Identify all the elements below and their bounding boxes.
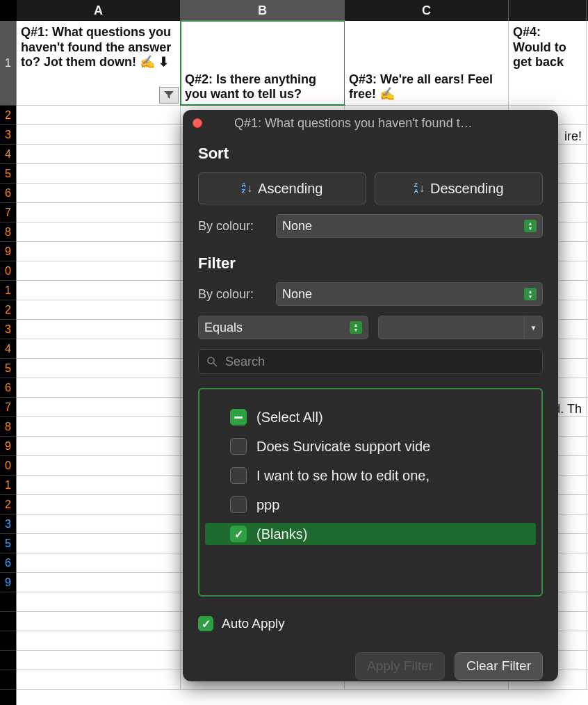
sort-descending-button[interactable]: ZA↓ Descending — [375, 172, 543, 204]
cell[interactable] — [17, 203, 181, 222]
column-header-row: A B C — [0, 0, 588, 21]
cell[interactable] — [17, 339, 181, 358]
filter-operator-select[interactable]: Equals ▲▼ — [198, 316, 368, 339]
cell[interactable] — [17, 592, 181, 611]
cell[interactable] — [17, 417, 181, 436]
row-header[interactable]: 2 — [0, 495, 16, 514]
cell[interactable] — [17, 651, 181, 670]
row-header[interactable]: 3 — [0, 514, 16, 534]
cell[interactable] — [17, 398, 181, 416]
row-header[interactable]: 2 — [0, 300, 16, 320]
popover-title: Q#1: What questions you haven't found t… — [234, 116, 548, 131]
cell[interactable] — [17, 320, 181, 339]
row-header[interactable]: 6 — [0, 378, 16, 398]
cell[interactable] — [17, 573, 181, 592]
row-header-empty[interactable] — [0, 612, 16, 631]
header-text: Q#1: What questions you haven't found th… — [21, 25, 176, 70]
header-text: Q#3: We're all ears! Feel free! ✍️ — [349, 72, 504, 102]
cell[interactable] — [17, 553, 181, 572]
cell[interactable] — [17, 145, 181, 163]
header-cell-d[interactable]: Q#4: Would to get back — [509, 21, 587, 105]
cell[interactable] — [17, 300, 181, 319]
header-cell-b[interactable]: Q#2: Is there anything you want to tell … — [181, 21, 345, 105]
cell[interactable] — [17, 476, 181, 494]
header-cell-a[interactable]: Q#1: What questions you haven't found th… — [17, 21, 181, 105]
row-header[interactable]: 7 — [0, 203, 16, 222]
clear-filter-button[interactable]: Clear Filter — [455, 652, 543, 680]
cell[interactable] — [17, 222, 181, 241]
filter-item[interactable]: I want to se how to edit one, — [205, 464, 536, 487]
filter-section-title: Filter — [198, 254, 543, 273]
filter-search-input[interactable] — [225, 355, 535, 369]
apply-filter-button[interactable]: Apply Filter — [355, 652, 445, 680]
row-header[interactable]: 2 — [0, 106, 16, 125]
auto-apply-row[interactable]: ✓ Auto Apply — [198, 616, 543, 631]
sort-ascending-button[interactable]: AZ↓ Ascending — [198, 172, 366, 204]
filter-item-blanks[interactable]: ✓ (Blanks) — [205, 523, 536, 545]
cell[interactable] — [17, 281, 181, 300]
cell[interactable] — [17, 378, 181, 397]
row-header[interactable]: 4 — [0, 339, 16, 359]
filter-operand-combo[interactable]: ▼ — [378, 316, 543, 339]
cell[interactable] — [17, 495, 181, 514]
cell[interactable] — [17, 164, 181, 183]
filter-by-colour-select[interactable]: None ▲▼ — [276, 282, 543, 306]
header-cell-c[interactable]: Q#3: We're all ears! Feel free! ✍️ — [345, 21, 509, 105]
row-header[interactable]: 8 — [0, 222, 16, 242]
cell[interactable] — [17, 184, 181, 202]
filter-item[interactable]: Does Survicate support vide — [205, 435, 536, 457]
row-header[interactable]: 3 — [0, 320, 16, 339]
row-header[interactable]: 9 — [0, 242, 16, 261]
row-header[interactable]: 5 — [0, 164, 16, 184]
column-header-b[interactable]: B — [181, 0, 345, 21]
filter-search-box[interactable] — [198, 349, 543, 374]
cell[interactable] — [17, 670, 181, 689]
cell[interactable] — [17, 631, 181, 650]
column-header-d[interactable] — [509, 0, 587, 21]
cell[interactable] — [17, 106, 181, 124]
cell[interactable] — [17, 514, 181, 533]
row-header-empty[interactable] — [0, 592, 16, 612]
close-icon[interactable] — [193, 118, 202, 128]
row-header[interactable]: 7 — [0, 398, 16, 417]
row-header[interactable]: 5 — [0, 359, 16, 378]
filter-operator-value: Equals — [204, 321, 243, 335]
row-header[interactable]: 6 — [0, 553, 16, 573]
cell[interactable] — [17, 612, 181, 631]
header-text: Q#2: Is there anything you want to tell … — [185, 72, 340, 102]
row-header-empty[interactable] — [0, 631, 16, 651]
column-header-a[interactable]: A — [17, 0, 181, 21]
row-header[interactable]: 5 — [0, 534, 16, 553]
sort-by-colour-select[interactable]: None ▲▼ — [276, 214, 543, 238]
autofilter-button[interactable] — [159, 87, 179, 104]
row-header-1[interactable]: 1 — [0, 21, 16, 106]
row-header-empty[interactable] — [0, 670, 16, 690]
row-header[interactable]: 6 — [0, 184, 16, 203]
auto-apply-label: Auto Apply — [222, 616, 285, 631]
cell[interactable] — [17, 534, 181, 553]
filter-values-panel: (Select All) Does Survicate support vide… — [198, 388, 543, 597]
row-header-empty[interactable] — [0, 651, 16, 670]
chevron-down-icon: ▼ — [524, 316, 542, 339]
row-header[interactable]: 0 — [0, 456, 16, 476]
filter-item[interactable]: ppp — [205, 494, 536, 516]
row-header[interactable]: 4 — [0, 145, 16, 164]
row-header[interactable]: 1 — [0, 281, 16, 300]
cell-text-fragment: ire! — [564, 129, 582, 145]
header-cell-row: Q#1: What questions you haven't found th… — [17, 21, 588, 106]
row-header[interactable]: 9 — [0, 573, 16, 592]
cell[interactable] — [17, 437, 181, 455]
cell[interactable] — [17, 456, 181, 475]
row-header[interactable]: 0 — [0, 261, 16, 281]
cell[interactable] — [17, 359, 181, 378]
filter-item-select-all[interactable]: (Select All) — [205, 406, 536, 428]
filter-item-label: Does Survicate support vide — [256, 439, 430, 455]
row-header[interactable]: 3 — [0, 125, 16, 145]
row-header[interactable]: 1 — [0, 476, 16, 495]
row-header[interactable]: 9 — [0, 437, 16, 456]
row-header[interactable]: 8 — [0, 417, 16, 437]
cell[interactable] — [17, 261, 181, 280]
column-header-c[interactable]: C — [345, 0, 509, 21]
cell[interactable] — [17, 242, 181, 261]
cell[interactable] — [17, 125, 181, 144]
